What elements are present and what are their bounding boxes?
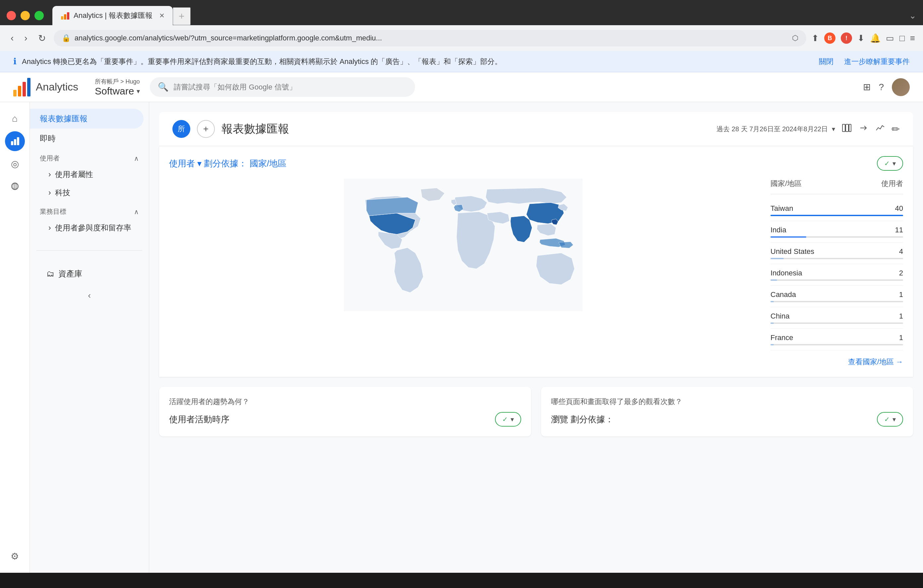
info-icon: ℹ <box>13 56 16 67</box>
nav-sub-item-tech-label: 科技 <box>55 187 70 198</box>
insights-button[interactable] <box>875 123 885 135</box>
screenshot-icon[interactable]: □ <box>900 33 905 43</box>
nav-section-business: 業務目標 ∧ <box>30 202 149 219</box>
account-name[interactable]: Software ▾ <box>95 85 140 97</box>
share-report-button[interactable] <box>858 123 868 135</box>
icon-sidebar: ⌂ ◎ ⚙ <box>0 102 30 573</box>
svg-rect-2 <box>67 12 69 20</box>
svg-rect-4 <box>14 139 16 145</box>
sidebar-icon[interactable]: ▭ <box>886 33 894 43</box>
legend-row: Indonesia 2 <box>770 264 903 286</box>
search-bar[interactable]: 🔍 <box>150 77 415 97</box>
nav-sub-item-retention[interactable]: › 使用者參與度和留存率 <box>30 219 149 237</box>
main-content: 所 + 報表數據匯報 過去 28 天 7月26日至 2024年8月22日 ▾ <box>149 102 923 573</box>
map-title-segment-icon: ▾ <box>197 158 204 168</box>
legend-value-4: 1 <box>899 290 903 299</box>
main-layout: ⌂ ◎ ⚙ 報表數據匯報 <box>0 102 923 573</box>
close-button[interactable] <box>7 11 16 20</box>
notification-close-button[interactable]: 關閉 <box>819 57 833 67</box>
legend-col2-header: 使用者 <box>881 179 903 189</box>
nav-item-library-label: 資產庫 <box>58 268 82 279</box>
map-title-prefix: 使用者 <box>169 158 195 168</box>
active-users-check-button[interactable]: ✓ ▾ <box>495 412 521 427</box>
tab-overflow-button[interactable]: ⌄ <box>909 11 916 21</box>
nav-item-reports-label: 報表數據匯報 <box>40 113 87 124</box>
sidebar-icon-advertising[interactable] <box>5 176 25 196</box>
brave-extension-icon[interactable]: B <box>824 33 836 44</box>
sidebar-collapse-button[interactable]: ‹ <box>30 284 149 307</box>
nav-section-business-label: 業務目標 <box>40 207 66 216</box>
address-actions: ⬆ B ! ⬇ 🔔 ▭ □ ≡ <box>811 33 915 44</box>
date-range-selector[interactable]: 過去 28 天 7月26日至 2024年8月22日 ▾ <box>716 125 835 133</box>
view-more-link[interactable]: 查看國家/地區 → <box>770 357 903 367</box>
sidebar-icon-explore[interactable]: ◎ <box>5 154 25 174</box>
url-bar[interactable]: 🔒 analytics.google.com/analytics/web/?ut… <box>54 30 806 46</box>
map-legend: 國家/地區 使用者 Taiwan 40 India 11 United Stat… <box>770 179 903 367</box>
nav-sidebar: 報表數據匯報 即時 使用者 ∧ › 使用者屬性 › 科技 業務目標 ∧ <box>30 102 149 573</box>
bottom-sections: 活躍使用者的趨勢為何？ 使用者活動時序 ✓ ▾ 哪些頁面和畫面取得了最多的觀看次… <box>159 387 913 437</box>
columns-button[interactable] <box>842 123 852 135</box>
add-segment-button[interactable]: + <box>197 120 215 138</box>
reload-button[interactable]: ↻ <box>36 30 48 46</box>
share-button[interactable]: ⬆ <box>811 33 819 43</box>
nav-item-library[interactable]: 🗂 資產庫 <box>36 264 142 284</box>
legend-country-1: India <box>770 226 787 234</box>
svg-rect-3 <box>11 141 13 145</box>
map-check-button[interactable]: ✓ ▾ <box>877 156 903 171</box>
nav-sub-item-user-attrs-label: 使用者屬性 <box>55 169 93 180</box>
nav-sub-item-tech[interactable]: › 科技 <box>30 184 149 202</box>
user-avatar[interactable] <box>892 78 910 96</box>
nav-item-realtime[interactable]: 即時 <box>30 129 149 148</box>
map-title-segment-label: 劃分依據： <box>204 158 247 168</box>
logo-icon <box>13 78 31 97</box>
notification-learn-more-link[interactable]: 進一步瞭解重要事件 <box>844 57 910 67</box>
sidebar-icon-home[interactable]: ⌂ <box>5 109 25 129</box>
help-button[interactable]: ? <box>879 82 884 92</box>
legend-country-2: United States <box>770 247 814 256</box>
nav-sub-item-user-attrs[interactable]: › 使用者屬性 <box>30 165 149 184</box>
legend-row: France 1 <box>770 329 903 350</box>
library-icon: 🗂 <box>46 269 54 278</box>
address-bar: ‹ › ↻ 🔒 analytics.google.com/analytics/w… <box>0 25 923 51</box>
sidebar-icon-settings[interactable]: ⚙ <box>5 546 25 566</box>
edit-button[interactable]: ✏ <box>892 123 900 135</box>
legend-col1-header: 國家/地區 <box>770 179 801 189</box>
tab-close-button[interactable]: ✕ <box>159 11 165 20</box>
forward-button[interactable]: › <box>21 30 30 46</box>
world-map-svg <box>169 179 757 311</box>
svg-rect-11 <box>849 124 851 131</box>
map-section-card: 使用者 ▾ 劃分依據： 國家/地區 ✓ ▾ <box>159 146 913 377</box>
page-views-check-button[interactable]: ✓ ▾ <box>877 412 903 427</box>
download-icon[interactable]: ⬇ <box>857 33 865 43</box>
nav-section-business-collapse[interactable]: ∧ <box>134 208 139 216</box>
url-text: analytics.google.com/analytics/web/?utm_… <box>75 34 788 43</box>
maximize-button[interactable] <box>34 11 44 20</box>
notification-text: Analytics 轉換已更名為「重要事件」。重要事件用來評估對商家最重要的互動… <box>22 57 814 67</box>
active-tab[interactable]: Analytics | 報表數據匯報 ✕ <box>53 6 173 25</box>
sidebar-icon-reports[interactable] <box>5 131 25 151</box>
map-section-title: 使用者 ▾ 劃分依據： 國家/地區 <box>169 158 286 169</box>
account-selector[interactable]: 所有帳戶 > Hugo Software ▾ <box>95 77 140 97</box>
legend-value-1: 11 <box>895 226 903 234</box>
other-extension-icon[interactable]: ! <box>841 33 852 44</box>
legend-row: Canada 1 <box>770 286 903 307</box>
bell-icon[interactable]: 🔔 <box>870 33 880 43</box>
nav-item-reports[interactable]: 報表數據匯報 <box>30 109 144 129</box>
new-tab-button[interactable]: + <box>173 7 191 25</box>
legend-value-3: 2 <box>899 269 903 278</box>
date-range-dropdown-icon: ▾ <box>832 125 835 133</box>
legend-row: Taiwan 40 <box>770 200 903 221</box>
minimize-button[interactable] <box>21 11 30 20</box>
search-input[interactable] <box>174 83 407 92</box>
app-header: Analytics 所有帳戶 > Hugo Software ▾ 🔍 ⊞ ? <box>0 72 923 102</box>
legend-header: 國家/地區 使用者 <box>770 179 903 194</box>
legend-country-0: Taiwan <box>770 204 793 213</box>
header-actions: ⊞ ? <box>863 78 910 96</box>
apps-grid-button[interactable]: ⊞ <box>863 82 870 92</box>
nav-section-users-collapse[interactable]: ∧ <box>134 154 139 163</box>
active-users-question: 活躍使用者的趨勢為何？ <box>169 397 249 407</box>
account-path: 所有帳戶 > Hugo <box>95 77 140 85</box>
menu-button[interactable]: ≡ <box>910 33 915 43</box>
nav-sub-expand-tech-icon: › <box>48 188 51 197</box>
back-button[interactable]: ‹ <box>8 30 16 46</box>
